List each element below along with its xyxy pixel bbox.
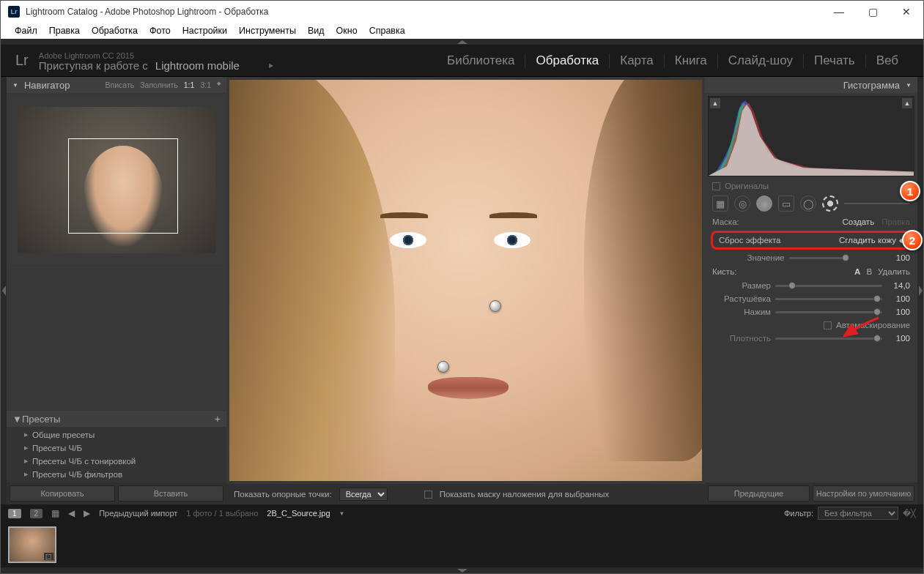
adjustment-pin[interactable] [489, 300, 501, 312]
menu-tools[interactable]: Инструменты [234, 24, 301, 37]
nav-zoom-dropdown-icon[interactable]: ◆ [217, 81, 221, 89]
crop-tool-icon[interactable]: ▦ [712, 195, 728, 212]
paste-button[interactable]: Вставить [118, 485, 223, 502]
triangle-down-icon: ▼ [12, 414, 22, 425]
feather-label: Растушёвка [712, 294, 771, 303]
navigator-thumbnail[interactable] [10, 96, 223, 264]
module-web[interactable]: Веб [866, 53, 909, 68]
adjustment-pin[interactable] [437, 361, 449, 373]
right-panel-grip[interactable] [917, 77, 923, 504]
prev-photo-icon[interactable]: ◀ [68, 508, 75, 518]
originals-checkbox[interactable] [712, 182, 720, 190]
maximize-button[interactable]: ▢ [856, 1, 890, 23]
brush-a[interactable]: A [854, 267, 860, 276]
brush-delete[interactable]: Удалить [878, 267, 910, 276]
value-slider[interactable] [789, 257, 848, 259]
mask-create[interactable]: Создать [842, 217, 874, 226]
menu-file[interactable]: Файл [10, 24, 42, 37]
module-library[interactable]: Библиотека [437, 53, 525, 68]
originals-label: Оригиналы [725, 182, 769, 190]
annotation-callout-2: 2 [902, 230, 923, 250]
density-label: Плотность [712, 334, 771, 343]
header-mobile-link[interactable]: Lightroom mobile [155, 61, 240, 70]
app-icon: Lr [8, 6, 20, 18]
left-panel-grip[interactable] [1, 77, 7, 504]
effect-preset-row: Сброс эффекта Сгладить кожу ◆ 2 [711, 231, 912, 250]
menu-photo[interactable]: Фото [144, 24, 176, 37]
spot-tool-icon[interactable]: ◎ [734, 195, 750, 212]
minimize-button[interactable]: — [822, 1, 856, 23]
titlebar[interactable]: Lr Lightroom Catalog - Adobe Photoshop L… [1, 1, 923, 23]
module-header: Lr Adobe Lightroom CC 2015 Приступая к р… [1, 45, 923, 77]
current-filename[interactable]: 2B_C_Source.jpg [267, 509, 330, 518]
main-display-button[interactable]: 1 [8, 509, 21, 518]
show-mask-checkbox[interactable] [424, 491, 432, 499]
image-canvas[interactable] [229, 80, 702, 481]
navigator-crop-rect[interactable] [68, 138, 178, 234]
presets-header[interactable]: ▼ Пресеты + [7, 411, 226, 427]
module-slideshow[interactable]: Слайд-шоу [718, 53, 804, 68]
highlight-clip-icon[interactable]: ▲ [902, 98, 912, 108]
show-pins-select[interactable]: Всегда [339, 488, 388, 501]
radial-tool-icon[interactable]: ◯ [800, 195, 816, 212]
navigator-title: Навигатор [24, 80, 70, 91]
filmstrip-thumbnail[interactable] [8, 526, 56, 563]
histogram[interactable]: ▲ ▲ [708, 96, 914, 176]
nav-3to1[interactable]: 3:1 [200, 81, 211, 89]
add-preset-icon[interactable]: + [215, 413, 221, 425]
filmstrip[interactable] [1, 522, 923, 567]
feather-slider[interactable] [775, 298, 882, 300]
preset-folder[interactable]: Пресеты Ч/Б с тонировкой [7, 455, 226, 468]
module-develop[interactable]: Обработка [525, 53, 610, 68]
close-button[interactable]: ✕ [890, 1, 923, 23]
module-book[interactable]: Книга [665, 53, 718, 68]
histogram-header[interactable]: Гистограмма ▼ [705, 77, 917, 93]
previous-button[interactable]: Предыдущие [708, 485, 810, 502]
automask-checkbox[interactable] [824, 321, 832, 329]
grid-icon[interactable]: ▦ [51, 508, 59, 518]
bottom-panel-grip[interactable] [1, 567, 923, 573]
module-map[interactable]: Карта [610, 53, 665, 68]
effect-preset-dropdown[interactable]: Сгладить кожу ◆ [839, 236, 903, 245]
window-title: Lightroom Catalog - Adobe Photoshop Ligh… [26, 7, 268, 17]
top-panel-grip[interactable] [1, 39, 923, 45]
photo-count: 1 фото / 1 выбрано [186, 509, 258, 518]
right-panel: Гистограмма ▼ ▲ ▲ Оригиналы [705, 77, 917, 504]
module-print[interactable]: Печать [804, 53, 866, 68]
menu-view[interactable]: Вид [303, 24, 330, 37]
nav-fit[interactable]: Вписать [106, 81, 135, 89]
source-label[interactable]: Предыдущий импорт [99, 509, 177, 518]
menu-develop[interactable]: Обработка [86, 24, 143, 37]
flow-slider[interactable] [775, 311, 882, 313]
shadow-clip-icon[interactable]: ▲ [710, 98, 720, 108]
menu-settings[interactable]: Настройки [177, 24, 232, 37]
menu-window[interactable]: Окно [331, 24, 363, 37]
effect-reset-label[interactable]: Сброс эффекта [719, 236, 781, 245]
mask-edit[interactable]: Правка [882, 217, 910, 226]
value-label: Значение [747, 253, 785, 262]
gradient-tool-icon[interactable]: ▭ [778, 195, 794, 212]
tool-size-slider[interactable] [844, 203, 910, 204]
brush-b[interactable]: B [866, 267, 872, 276]
menu-help[interactable]: Справка [364, 24, 410, 37]
navigator-header[interactable]: ▼ Навигатор Вписать Заполнить 1:1 3:1 ◆ [7, 77, 226, 93]
nav-1to1[interactable]: 1:1 [184, 81, 195, 89]
size-slider[interactable] [775, 285, 882, 287]
filename-dropdown-icon[interactable]: ▼ [339, 510, 345, 517]
dropdown-icon[interactable]: ▶ [269, 61, 273, 70]
histogram-title: Гистограмма [843, 80, 900, 91]
nav-fill[interactable]: Заполнить [140, 81, 178, 89]
preset-folder[interactable]: Пресеты Ч/Б [7, 441, 226, 455]
next-photo-icon[interactable]: ▶ [84, 508, 90, 518]
copy-button[interactable]: Копировать [10, 485, 115, 502]
preset-folder[interactable]: Пресеты Ч/Б фильтров [7, 468, 226, 481]
second-display-button[interactable]: 2 [30, 509, 43, 518]
flow-value: 100 [887, 308, 910, 316]
redeye-tool-icon[interactable]: ◉ [756, 195, 772, 212]
menu-edit[interactable]: Правка [44, 24, 85, 37]
filter-select[interactable]: Без фильтра [818, 507, 898, 520]
filter-lock-icon[interactable]: �╳ [903, 509, 916, 518]
reset-button[interactable]: Настройки по умолчанию [813, 485, 914, 502]
preset-folder[interactable]: Общие пресеты [7, 428, 226, 441]
brush-tool-icon[interactable] [822, 195, 838, 212]
